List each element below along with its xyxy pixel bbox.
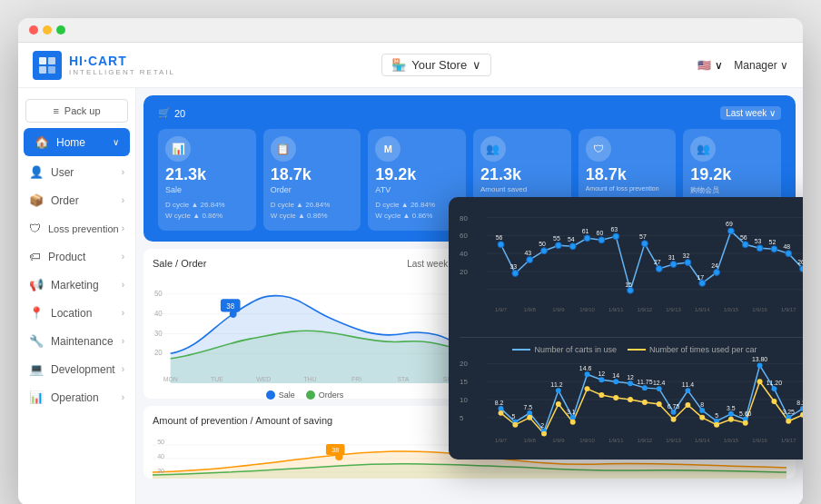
svg-text:1/9/10: 1/9/10 [579,307,595,312]
pack-up-button[interactable]: ≡ Pack up [25,99,128,123]
svg-point-140 [598,392,604,398]
svg-text:1/9/7: 1/9/7 [495,439,507,444]
svg-text:24: 24 [711,262,718,269]
logo-sub: INTELLIGENT RETAIL [69,68,175,76]
svg-text:1/9/16: 1/9/16 [752,307,767,312]
svg-text:1/9/9: 1/9/9 [552,307,565,312]
svg-text:38: 38 [331,447,339,454]
sidebar-development-label: Development [51,363,115,376]
svg-point-121 [657,386,662,391]
svg-point-149 [728,417,734,422]
sidebar-item-loss-prevention[interactable]: 🛡 Loss prevention › [18,214,135,242]
store-selector[interactable]: 🏪 Your Store ∨ [381,54,491,76]
legend-label-sale: Sale [279,390,295,400]
svg-text:8.2: 8.2 [495,400,504,406]
chart-sale-order-title: Sale / Order [153,258,206,269]
svg-text:60: 60 [460,232,468,240]
sidebar-item-maintenance[interactable]: 🔧 Maintenance › [18,327,135,355]
maximize-dot[interactable] [56,25,65,35]
svg-text:14: 14 [612,372,619,379]
stat-icon-order: 📋 [271,136,296,162]
sidebar-item-order[interactable]: 📦 Order › [18,186,135,214]
svg-rect-3 [48,66,55,74]
svg-point-145 [671,417,677,422]
svg-point-51 [598,237,605,243]
product-icon: 🏷 [29,250,41,263]
sidebar-item-marketing[interactable]: 📢 Marketing › [18,271,135,299]
stat-value-atv: 19.2k [375,165,459,185]
svg-text:56: 56 [496,234,503,241]
svg-text:1/9/15: 1/9/15 [724,439,739,444]
sidebar-item-development[interactable]: 💻 Development › [18,355,135,383]
svg-point-138 [570,420,576,425]
svg-text:1/9/10: 1/9/10 [579,439,595,444]
browser-bar [18,18,803,43]
svg-point-141 [613,395,618,400]
svg-text:69: 69 [726,221,733,227]
chevron-right-icon: › [122,392,124,402]
svg-text:1/9/15: 1/9/15 [724,307,739,312]
svg-text:60: 60 [597,230,604,236]
svg-point-124 [699,408,705,413]
svg-text:1/9/13: 1/9/13 [666,439,681,444]
svg-text:33: 33 [510,263,518,270]
legend-dot-orders [306,390,315,400]
svg-text:10: 10 [460,396,468,404]
flag-selector[interactable]: 🇺🇸 ∨ [697,59,723,72]
chevron-right-icon: › [122,364,124,374]
development-icon: 💻 [29,362,44,376]
sidebar-item-user[interactable]: 👤 User › [18,158,135,186]
legend-label-orders: Orders [319,390,344,400]
chevron-down-icon: ∨ [472,58,481,72]
sidebar-order-label: Order [51,194,79,207]
svg-text:1/9/14: 1/9/14 [695,439,710,444]
stat-card-order: 📋 18.7k Order D cycle ▲ 26.84% W cycle ▲… [263,129,361,231]
sidebar-item-location[interactable]: 📍 Location › [18,299,135,327]
order-icon: 📦 [29,193,44,207]
stat-label-atv: ATV [375,185,459,194]
svg-text:38: 38 [226,301,234,311]
svg-text:57: 57 [639,233,647,240]
chart-legend-sale-order: Sale Orders [153,390,457,400]
sidebar-product-label: Product [48,251,85,263]
svg-point-122 [671,410,677,415]
svg-text:40: 40 [157,453,164,460]
svg-point-63 [771,246,777,252]
svg-text:15: 15 [625,282,632,288]
sidebar-loss-label: Loss prevention [48,223,119,234]
svg-point-120 [642,385,648,390]
stat-value-sale: 21.3k [165,165,249,185]
sidebar-item-operation[interactable]: 📊 Operation › [18,383,135,411]
svg-text:55: 55 [553,235,560,242]
store-icon: 🏪 [391,58,406,72]
svg-point-48 [555,242,561,249]
svg-text:20: 20 [460,268,468,276]
sidebar-item-operation-left: 📊 Operation [29,390,99,404]
svg-point-128 [757,362,763,368]
stat-icon-atv: M [375,136,401,162]
svg-point-53 [628,287,634,293]
app-container: HI·CART INTELLIGENT RETAIL 🏪 Your Store … [18,43,803,504]
svg-text:20: 20 [460,360,468,368]
svg-text:1/9/17: 1/9/17 [781,439,796,444]
last-week-button[interactable]: Last week ∨ [720,106,781,120]
svg-text:THU: THU [303,375,316,383]
svg-text:1/9/12: 1/9/12 [638,439,652,444]
svg-text:3.25: 3.25 [783,409,796,415]
sidebar-item-home[interactable]: 🏠 Home ∨ [24,128,130,156]
svg-point-46 [527,257,533,263]
maintenance-icon: 🔧 [29,334,44,348]
sidebar-item-product[interactable]: 🏷 Product › [18,242,135,271]
minimize-dot[interactable] [43,25,52,35]
sidebar-item-loss-left: 🛡 Loss prevention [29,222,119,235]
svg-rect-1 [48,57,55,64]
manager-button[interactable]: Manager ∨ [734,59,788,72]
close-dot[interactable] [29,25,38,35]
svg-text:8: 8 [700,401,704,408]
svg-point-50 [584,235,590,242]
stat-cycle-order: D cycle ▲ 26.84% W cycle ▲ 0.86% [271,200,354,223]
svg-text:52: 52 [769,239,776,245]
stat-label-amount-saved: Amount saved [480,185,564,193]
svg-text:3.5: 3.5 [727,405,736,411]
svg-text:80: 80 [460,214,468,222]
